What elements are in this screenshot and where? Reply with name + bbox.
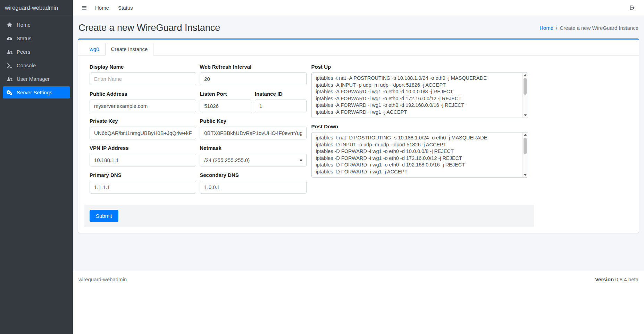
secondary-dns-label: Secondary DNS bbox=[200, 172, 306, 178]
instance-form: Display Name Web Refresh Interval bbox=[84, 61, 534, 227]
display-name-label: Display Name bbox=[90, 64, 196, 70]
card-header: wg0 Create Instance bbox=[78, 40, 639, 55]
terminal-icon bbox=[6, 62, 13, 68]
tachometer-icon bbox=[6, 35, 13, 41]
public-address-label: Public Address bbox=[90, 91, 196, 97]
breadcrumb-current: Create a new WireGuard Instance bbox=[560, 25, 638, 31]
vpn-ip-input[interactable] bbox=[90, 154, 196, 166]
sidebar-item-label: Status bbox=[17, 35, 32, 41]
sidebar-item-peers[interactable]: Peers bbox=[3, 46, 70, 58]
submit-button[interactable]: Submit bbox=[90, 210, 118, 222]
listen-port-input[interactable] bbox=[200, 100, 251, 112]
scrollbar-thumb bbox=[524, 78, 527, 95]
main-column: Home Status Create a new WireGuard Insta… bbox=[73, 0, 644, 334]
sidebar-item-console[interactable]: Console bbox=[3, 59, 70, 71]
tab-wg0[interactable]: wg0 bbox=[84, 43, 105, 55]
post-up-label: Post Up bbox=[311, 64, 528, 70]
public-address-input[interactable] bbox=[90, 100, 196, 112]
tab-create-instance[interactable]: Create Instance bbox=[105, 43, 154, 55]
footer-version-label: Version bbox=[595, 276, 614, 282]
public-key-input[interactable] bbox=[200, 127, 306, 139]
web-refresh-interval-input[interactable] bbox=[200, 72, 306, 85]
breadcrumb-separator: / bbox=[556, 25, 557, 31]
textarea-scrollbar[interactable] bbox=[522, 132, 528, 177]
sidebar-item-label: User Manager bbox=[17, 76, 50, 82]
footer-version: Version 0.8.4 beta bbox=[595, 276, 638, 282]
brand-link[interactable]: wireguard-webadmin bbox=[0, 0, 73, 16]
top-navbar: Home Status bbox=[73, 0, 644, 16]
home-icon bbox=[6, 22, 13, 28]
public-key-label: Public Key bbox=[200, 118, 306, 124]
instance-id-label: Instance ID bbox=[255, 91, 307, 97]
form-left-column: Display Name Web Refresh Interval bbox=[90, 64, 307, 199]
scrollbar-thumb bbox=[524, 138, 527, 154]
post-up-textarea[interactable]: iptables -t nat -A POSTROUTING -s 10.188… bbox=[311, 72, 528, 118]
display-name-input[interactable] bbox=[90, 72, 196, 85]
scrollbar-down-arrow bbox=[524, 114, 527, 116]
gears-icon bbox=[6, 89, 13, 95]
sidebar-item-server-settings[interactable]: Server Settings bbox=[3, 86, 70, 99]
scrollbar-up-arrow bbox=[524, 74, 527, 76]
sidebar-item-label: Peers bbox=[17, 49, 30, 55]
sidebar-nav: Home Status Peers Console bbox=[0, 16, 73, 103]
scrollbar-down-arrow bbox=[524, 174, 527, 176]
scrollbar-up-arrow bbox=[524, 134, 527, 136]
sidebar-item-label: Home bbox=[17, 22, 31, 28]
netmask-select[interactable]: /24 (255.255.255.0) bbox=[200, 154, 306, 166]
content-wrapper: Create a new WireGuard Instance Home / C… bbox=[73, 16, 644, 271]
private-key-label: Private Key bbox=[90, 118, 196, 124]
post-down-textarea[interactable]: iptables -t nat -D POSTROUTING -s 10.188… bbox=[311, 132, 528, 178]
web-refresh-interval-label: Web Refresh Interval bbox=[200, 64, 306, 70]
breadcrumb: Home / Create a new WireGuard Instance bbox=[540, 25, 638, 31]
navbar-link-home[interactable]: Home bbox=[91, 2, 114, 14]
navbar-link-status[interactable]: Status bbox=[114, 2, 137, 14]
form-grid: Display Name Web Refresh Interval bbox=[84, 61, 534, 199]
listen-port-label: Listen Port bbox=[200, 91, 251, 97]
post-down-label: Post Down bbox=[311, 123, 528, 129]
app-window: wireguard-webadmin Home Status Peers bbox=[0, 0, 644, 334]
sidebar-item-status[interactable]: Status bbox=[3, 32, 70, 44]
sidebar-item-user-manager[interactable]: User Manager bbox=[3, 73, 70, 85]
create-instance-card: wg0 Create Instance Display Name bbox=[78, 38, 639, 233]
users-icon bbox=[6, 76, 13, 82]
breadcrumb-home-link[interactable]: Home bbox=[540, 25, 553, 31]
secondary-dns-input[interactable] bbox=[200, 181, 306, 194]
page-title: Create a new WireGuard Instance bbox=[78, 23, 220, 33]
textarea-scrollbar[interactable] bbox=[522, 73, 528, 118]
sidebar-item-home[interactable]: Home bbox=[3, 19, 70, 31]
footer-app-name: wireguard-webadmin bbox=[78, 276, 127, 282]
logout-icon[interactable] bbox=[626, 2, 639, 13]
instance-id-input[interactable] bbox=[255, 100, 307, 112]
footer-version-value: 0.8.4 beta bbox=[615, 276, 638, 282]
card-body: Display Name Web Refresh Interval bbox=[78, 55, 639, 233]
primary-dns-label: Primary DNS bbox=[90, 172, 196, 178]
netmask-label: Netmask bbox=[200, 145, 306, 151]
vpn-ip-label: VPN IP Address bbox=[90, 145, 196, 151]
private-key-input[interactable] bbox=[90, 127, 196, 139]
sidebar: wireguard-webadmin Home Status Peers bbox=[0, 0, 73, 334]
users-icon bbox=[6, 49, 13, 55]
form-right-column: Post Up iptables -t nat -A POSTROUTING -… bbox=[311, 64, 528, 199]
sidebar-item-label: Console bbox=[17, 62, 36, 68]
primary-dns-input[interactable] bbox=[90, 181, 196, 194]
content-header: Create a new WireGuard Instance Home / C… bbox=[73, 16, 644, 37]
menu-toggle-button[interactable] bbox=[78, 2, 91, 13]
form-footer: Submit bbox=[84, 205, 534, 227]
page-footer: wireguard-webadmin Version 0.8.4 beta bbox=[73, 271, 644, 334]
instance-tabs: wg0 Create Instance bbox=[84, 43, 633, 55]
sidebar-item-label: Server Settings bbox=[17, 89, 52, 95]
